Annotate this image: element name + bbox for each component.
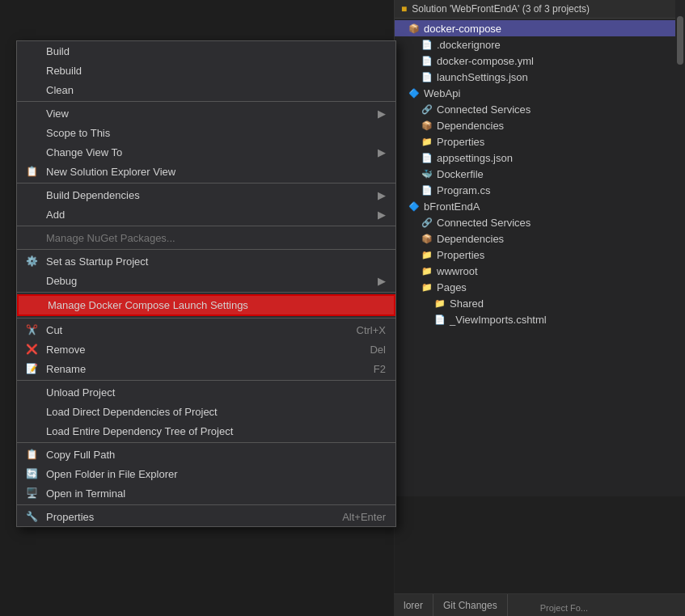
tree-item-connected-services[interactable]: 🔗Connected Services <box>395 214 685 230</box>
scrollbar-thumb[interactable] <box>677 16 683 65</box>
tree-item-webapi[interactable]: 🔷WebApi <box>395 85 685 101</box>
tree-item-docker-compose[interactable]: 📦docker-compose <box>395 20 685 36</box>
tree-item-properties[interactable]: 📁Properties <box>395 247 685 263</box>
menu-label-load-direct: Load Direct Dependencies of Project <box>46 406 386 418</box>
tree-item-label: WebApi <box>424 87 460 99</box>
menu-icon-remove: ❌ <box>23 341 40 357</box>
tree-item-icon: 📦 <box>421 119 433 132</box>
submenu-arrow: ▶ <box>378 209 386 221</box>
separator-after-load-entire <box>17 442 395 443</box>
tree-item-label: Connected Services <box>437 217 531 229</box>
tree-item-label: wwwroot <box>437 265 478 277</box>
tree-item-label: Program.cs <box>437 184 490 196</box>
tree-item-label: Dependencies <box>437 233 504 245</box>
tab-lorer[interactable]: lorer <box>394 594 433 616</box>
menu-item-build-dependencies[interactable]: Build Dependencies ▶ <box>17 185 395 205</box>
menu-label-load-entire: Load Entire Dependency Tree of Project <box>46 425 386 437</box>
tree-item-label: Properties <box>437 249 484 261</box>
tree-item-docker-compose-yml[interactable]: 📄docker-compose.yml <box>395 53 685 69</box>
menu-label-debug: Debug <box>46 275 371 287</box>
menu-item-new-solution-explorer[interactable]: 📋 New Solution Explorer View <box>17 162 395 181</box>
menu-item-properties[interactable]: 🔧 Properties Alt+Enter <box>17 507 395 526</box>
menu-item-change-view-to[interactable]: Change View To ▶ <box>17 142 395 162</box>
menu-item-copy-full-path[interactable]: 📋 Copy Full Path <box>17 445 395 464</box>
menu-item-rebuild[interactable]: Rebuild <box>17 61 395 80</box>
tree-item-icon: 🔗 <box>421 216 433 229</box>
menu-item-load-entire[interactable]: Load Entire Dependency Tree of Project <box>17 421 395 441</box>
shortcut-rename: F2 <box>374 363 386 375</box>
solution-tree: 📦docker-compose📄.dockerignore📄docker-com… <box>395 19 685 329</box>
tree-item-pages[interactable]: 📁Pages <box>395 279 685 295</box>
tree-item-label: Shared <box>450 297 484 310</box>
tree-item--viewimports-cshtml[interactable]: 📄_ViewImports.cshtml <box>395 311 685 327</box>
menu-label-view: View <box>46 108 371 120</box>
menu-label-change-view-to: Change View To <box>46 146 371 158</box>
tree-item-program-cs[interactable]: 📄Program.cs <box>395 182 685 198</box>
tree-item-dependencies[interactable]: 📦Dependencies <box>395 230 685 247</box>
tree-item-dockerfile[interactable]: 🐳Dockerfile <box>395 166 685 182</box>
shortcut-cut: Ctrl+X <box>357 324 386 336</box>
menu-item-unload-project[interactable]: Unload Project <box>17 382 395 402</box>
tree-item-icon: 📁 <box>421 248 433 261</box>
menu-label-remove: Remove <box>46 344 353 356</box>
tree-item--dockerignore[interactable]: 📄.dockerignore <box>395 36 685 53</box>
menu-item-build[interactable]: Build <box>17 41 395 61</box>
tree-item-label: _ViewImports.cshtml <box>450 314 547 326</box>
solution-icon: ■ <box>401 3 407 15</box>
tree-item-label: appsettings.json <box>437 152 513 164</box>
menu-item-open-terminal[interactable]: 🖥️ Open in Terminal <box>17 483 395 503</box>
context-menu: Build Rebuild Clean View ▶ Scope to This… <box>16 40 396 527</box>
tree-item-label: launchSettings.json <box>437 71 528 83</box>
tree-item-properties[interactable]: 📁Properties <box>395 133 685 150</box>
menu-item-set-startup[interactable]: ⚙️ Set as Startup Project <box>17 251 395 271</box>
tree-item-appsettings-json[interactable]: 📄appsettings.json <box>395 150 685 166</box>
separator-after-clean <box>17 101 395 102</box>
tree-item-icon: 🐳 <box>421 167 433 180</box>
menu-label-build: Build <box>46 45 386 57</box>
tree-item-icon: 📄 <box>421 184 433 196</box>
menu-label-manage-docker: Manage Docker Compose Launch Settings <box>48 299 384 311</box>
tree-item-label: docker-compose <box>424 23 501 35</box>
menu-item-manage-docker[interactable]: Manage Docker Compose Launch Settings <box>17 294 395 316</box>
tree-item-connected-services[interactable]: 🔗Connected Services <box>395 101 685 117</box>
submenu-arrow: ▶ <box>378 189 386 201</box>
tree-item-icon: 📄 <box>421 70 433 83</box>
tree-item-icon: 🔗 <box>421 103 433 116</box>
menu-item-debug[interactable]: Debug ▶ <box>17 271 395 290</box>
menu-label-build-dependencies: Build Dependencies <box>46 189 371 201</box>
menu-icon-set-startup: ⚙️ <box>23 253 40 269</box>
menu-item-scope-to-this[interactable]: Scope to This <box>17 123 395 142</box>
tree-item-label: Properties <box>437 136 484 148</box>
menu-item-load-direct[interactable]: Load Direct Dependencies of Project <box>17 402 395 421</box>
menu-item-clean[interactable]: Clean <box>17 80 395 99</box>
tree-item-launchsettings-json[interactable]: 📄launchSettings.json <box>395 69 685 85</box>
menu-item-remove[interactable]: ❌ Remove Del <box>17 340 395 359</box>
tree-item-icon: 📄 <box>421 151 433 164</box>
menu-item-view[interactable]: View ▶ <box>17 103 395 123</box>
separator-after-open-terminal <box>17 504 395 505</box>
menu-item-manage-nuget[interactable]: Manage NuGet Packages... <box>17 228 395 247</box>
tree-item-label: .dockerignore <box>437 39 501 51</box>
menu-label-open-terminal: Open in Terminal <box>46 487 386 500</box>
tree-item-icon: 📄 <box>433 313 446 326</box>
menu-item-open-folder[interactable]: 🔄 Open Folder in File Explorer <box>17 464 395 483</box>
menu-icon-open-terminal: 🖥️ <box>23 485 40 501</box>
menu-item-rename[interactable]: 📝 Rename F2 <box>17 359 395 378</box>
tree-item-icon: 🔷 <box>408 200 421 213</box>
tree-item-wwwroot[interactable]: 📁wwwroot <box>395 263 685 279</box>
menu-label-rename: Rename <box>46 363 357 375</box>
menu-label-cut: Cut <box>46 324 340 336</box>
menu-icon-copy-full-path: 📋 <box>23 446 40 462</box>
tree-item-label: Pages <box>437 281 467 293</box>
tree-item-bfrontenda[interactable]: 🔷bFrontEndA <box>395 198 685 214</box>
tree-item-shared[interactable]: 📁Shared <box>395 295 685 311</box>
separator-after-new-solution-explorer <box>17 183 395 184</box>
tree-item-icon: 📦 <box>421 232 433 245</box>
tree-item-icon: 📁 <box>421 281 433 293</box>
shortcut-properties: Alt+Enter <box>342 511 386 523</box>
menu-item-cut[interactable]: ✂️ Cut Ctrl+X <box>17 320 395 340</box>
menu-item-add[interactable]: Add ▶ <box>17 205 395 224</box>
menu-label-clean: Clean <box>46 84 386 96</box>
tree-item-dependencies[interactable]: 📦Dependencies <box>395 117 685 133</box>
tab-git-changes[interactable]: Git Changes <box>433 594 508 616</box>
